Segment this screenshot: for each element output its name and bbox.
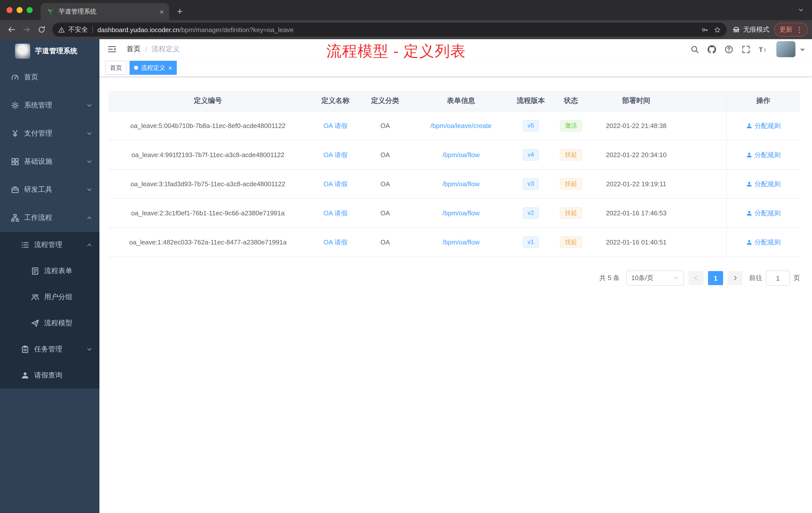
chevron-down-icon (86, 130, 92, 137)
update-label: 更新 (779, 25, 792, 34)
font-size-icon[interactable]: TT (755, 42, 770, 57)
github-icon[interactable] (704, 42, 719, 57)
form-info-link[interactable]: /bpm/oa/flow (442, 209, 479, 217)
tab-search-chevron-icon[interactable] (798, 0, 804, 20)
address-bar[interactable]: 不安全 dashboard.yudao.iocoder.cn/bpm/manag… (52, 23, 726, 37)
user-icon (746, 181, 752, 187)
status-badge: 挂起 (560, 149, 582, 161)
url-path: /bpm/manager/definition?key=oa_leave (179, 26, 294, 33)
breadcrumb-separator: / (145, 45, 147, 53)
page-size-select[interactable]: 10条/页 (626, 271, 684, 285)
zoom-window-button[interactable] (27, 7, 33, 13)
grid-icon (11, 158, 19, 165)
goto-page-input[interactable] (766, 271, 790, 285)
sidebar-item-label: 任务管理 (34, 345, 62, 354)
column-header: 定义名称 (307, 91, 364, 111)
sidebar-item[interactable]: 流程管理 (0, 232, 99, 258)
form-info-link[interactable]: /bpm/oa/leave/create (431, 122, 492, 129)
minimize-window-button[interactable] (17, 7, 23, 13)
search-icon[interactable] (687, 42, 702, 57)
form-info-link[interactable]: /bpm/oa/flow (442, 151, 479, 159)
assign-rule-link[interactable]: 分配规则 (746, 179, 781, 188)
prev-page-button[interactable] (689, 271, 703, 285)
dashboard-icon (11, 73, 19, 81)
hamburger-icon[interactable] (107, 44, 117, 55)
security-label[interactable]: 不安全 (68, 25, 88, 34)
sidebar-item[interactable]: 研发工具 (0, 176, 99, 204)
definition-name-link[interactable]: OA 请假 (323, 238, 347, 247)
table-row: oa_leave:5:004b710b-7b8a-11ec-8ef0-acde4… (109, 112, 800, 141)
breadcrumb-current: 流程定义 (152, 45, 180, 54)
browser-update-button[interactable]: 更新 ⋮ (774, 23, 808, 37)
definition-name-link[interactable]: OA 请假 (323, 209, 347, 218)
reload-button[interactable] (34, 22, 49, 37)
column-header: 操作 (726, 91, 800, 111)
close-tag-icon[interactable]: × (168, 64, 172, 71)
user-icon (21, 371, 29, 380)
assign-rule-link[interactable]: 分配规则 (746, 150, 781, 159)
column-header: 状态 (546, 91, 596, 111)
back-button[interactable] (4, 22, 19, 37)
next-page-button[interactable] (728, 271, 743, 285)
user-icon (746, 210, 752, 216)
password-key-icon[interactable] (701, 26, 708, 33)
sidebar-logo[interactable]: 芋道管理系统 (0, 39, 99, 63)
close-tab-icon[interactable]: × (157, 7, 166, 16)
breadcrumb-home[interactable]: 首页 (126, 45, 141, 54)
close-window-button[interactable] (6, 7, 12, 13)
spacer (677, 112, 726, 140)
user-avatar[interactable] (776, 41, 795, 57)
fullscreen-icon[interactable] (738, 42, 753, 57)
browser-tab[interactable]: 芋道管理系统 × (41, 3, 169, 20)
send-icon (31, 319, 39, 327)
divider (92, 26, 93, 33)
assign-rule-link[interactable]: 分配规则 (746, 238, 781, 247)
sidebar: 芋道管理系统 首页 系统管理 支付管理 基础设施 研发工具 (0, 39, 99, 513)
deploy-time: 2022-01-22 21:48:38 (596, 112, 677, 140)
sidebar-item-label: 首页 (24, 73, 38, 82)
chevron-down-icon (673, 275, 679, 281)
chevron-down-icon (86, 346, 92, 352)
form-info-link[interactable]: /bpm/oa/flow (442, 238, 479, 246)
table-header-row: 定义编号定义名称定义分类表单信息流程版本状态部署时间操作 (109, 91, 800, 112)
bookmark-star-icon[interactable] (714, 26, 720, 33)
sidebar-item[interactable]: 流程模型 (0, 310, 99, 336)
sidebar-item-label: 流程模型 (44, 319, 72, 328)
definition-category: OA (364, 141, 407, 169)
definition-category: OA (364, 228, 407, 256)
workflow-icon (11, 214, 19, 222)
definition-category: OA (364, 112, 407, 140)
sidebar-item[interactable]: 任务管理 (0, 336, 99, 362)
sidebar-item[interactable]: 支付管理 (0, 119, 99, 148)
page-number-button[interactable]: 1 (708, 271, 723, 285)
sidebar-item[interactable]: 用户分组 (0, 284, 99, 310)
deploy-time: 2022-01-22 20:34:10 (596, 141, 677, 169)
sidebar-item[interactable]: 系统管理 (0, 91, 99, 119)
definition-name-link[interactable]: OA 请假 (323, 179, 347, 188)
definition-id: oa_leave:2:3c1f0ef1-76b1-11ec-9c66-a2380… (109, 199, 307, 228)
help-icon[interactable] (721, 42, 736, 57)
assign-rule-label: 分配规则 (754, 209, 781, 218)
sidebar-item[interactable]: 首页 (0, 63, 99, 91)
definition-name-link[interactable]: OA 请假 (323, 150, 347, 159)
tags-view-tag[interactable]: 首页 (106, 61, 126, 75)
sidebar-item[interactable]: 流程表单 (0, 258, 99, 284)
version-badge: v4 (522, 149, 539, 161)
form-info-link[interactable]: /bpm/oa/flow (442, 180, 479, 188)
assign-rule-link[interactable]: 分配规则 (746, 121, 781, 130)
tag-label: 流程定义 (141, 63, 165, 72)
definition-name-link[interactable]: OA 请假 (323, 121, 347, 130)
sidebar-item[interactable]: 基础设施 (0, 148, 99, 176)
tags-view-tag[interactable]: 流程定义 × (129, 61, 176, 75)
sidebar-item[interactable]: 请假查询 (0, 362, 99, 389)
avatar-caret-down-icon[interactable] (800, 49, 805, 54)
sidebar-item[interactable]: 工作流程 (0, 204, 99, 232)
version-badge: v3 (522, 178, 539, 190)
browser-menu-icon[interactable]: ⋮ (796, 26, 803, 34)
forward-button[interactable] (19, 22, 34, 37)
new-tab-button[interactable]: + (172, 4, 187, 19)
page-annotation-title: 流程模型 - 定义列表 (326, 41, 466, 61)
definition-category: OA (364, 170, 407, 198)
leaf-icon (47, 7, 55, 16)
assign-rule-link[interactable]: 分配规则 (746, 209, 781, 218)
